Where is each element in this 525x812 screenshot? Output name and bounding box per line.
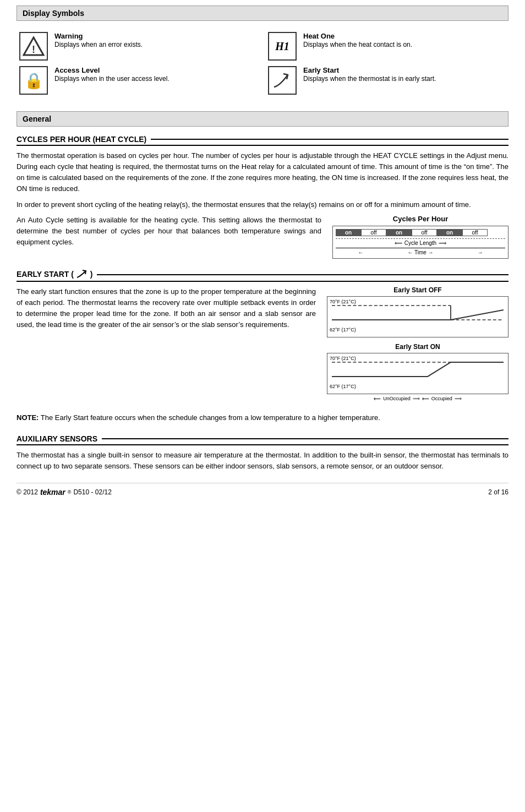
es-off-chart: 70°F (21°C) 62°F (17°C) — [327, 296, 508, 337]
cycles-paragraph2: In order to prevent short cycling of the… — [17, 199, 508, 210]
earlystart-text-col: The early start function ensures that th… — [17, 286, 316, 335]
cycles-diagram-title: Cycles Per Hour — [332, 215, 508, 223]
footer-brand: tekmar — [40, 488, 65, 497]
es-off-svg — [332, 299, 504, 335]
early-start-desc: Displays when the thermostat is in early… — [303, 74, 436, 84]
warning-icon: ! — [19, 32, 48, 61]
cycles-header: CYCLES PER HOUR (HEAT CYCLE) — [17, 135, 508, 146]
warning-desc: Displays when an error exists. — [54, 40, 143, 50]
es-on-title: Early Start ON — [327, 343, 508, 351]
earlystart-icon — [268, 66, 297, 95]
display-symbols-header: Display Symbols — [17, 6, 508, 21]
auxiliary-header-text: AUXILIARY SENSORS — [17, 434, 97, 443]
es-unoccupied-label: UnOccupied — [383, 396, 411, 401]
cycle-length-label: ⟸ Cycle Length ⟹ — [336, 240, 505, 246]
es-on-svg — [332, 356, 504, 391]
bar-on-1: on — [336, 229, 361, 236]
earlystart-paragraph1: The early start function ensures that th… — [17, 286, 316, 331]
lock-icon: 🔒 — [19, 66, 48, 95]
es-bottom-labels: ⟵ UnOccupied ⟹ ⟵ Occupied ⟹ — [327, 396, 508, 401]
cycle-dashed-line — [336, 238, 505, 239]
note-label: NOTE: — [17, 413, 39, 422]
general-title: General — [23, 115, 51, 123]
access-level-text: Access Level Displays when in the user a… — [54, 66, 169, 84]
es-off-chart-container: Early Start OFF 70°F (21°C) 62°F (17°C) — [327, 286, 508, 337]
heat-one-desc: Displays when the heat contact is on. — [303, 40, 412, 50]
bar-off-1: off — [361, 229, 386, 236]
heat-one-text: Heat One Displays when the heat contact … — [303, 32, 412, 50]
es-off-temp-high: 70°F (21°C) — [330, 299, 356, 304]
early-start-note: NOTE: The Early Start feature occurs whe… — [17, 412, 508, 423]
earlystart-header-text: EARLY START ( ) — [17, 270, 92, 280]
earlystart-diagram-col: Early Start OFF 70°F (21°C) 62°F (17°C) — [327, 286, 508, 407]
cycles-text-col: An Auto Cycle setting is available for t… — [17, 215, 321, 252]
general-header: General — [17, 111, 508, 127]
auxiliary-header: AUXILIARY SENSORS — [17, 434, 508, 445]
bar-off-2: off — [412, 229, 437, 236]
bar-on-2: on — [386, 229, 412, 236]
footer-model: D510 - 02/12 — [73, 488, 111, 496]
es-on-temp-low: 62°F (17°C) — [330, 384, 356, 389]
time-line — [336, 248, 505, 248]
symbols-grid: ! Warning Displays when an error exists.… — [17, 26, 508, 100]
earlystart-header-icon — [76, 270, 88, 280]
cycles-header-line — [151, 139, 508, 140]
bar-off-3: off — [462, 229, 488, 236]
footer-registered: ® — [68, 489, 72, 495]
earlystart-subsection: EARLY START ( ) The early start function… — [17, 270, 508, 423]
warning-title: Warning — [54, 32, 143, 40]
cycles-bars-row: on off on off on off — [336, 229, 505, 236]
es-occupied-label: Occupied — [431, 396, 452, 401]
es-off-temp-low: 62°F (17°C) — [330, 327, 356, 333]
footer-copyright: © 2012 — [17, 488, 38, 496]
note-content: The Early Start feature occurs when the … — [41, 413, 380, 422]
es-on-temp-high: 70°F (21°C) — [330, 356, 356, 361]
es-on-chart-container: Early Start ON 70°F (21°C) 62°F (17°C) — [327, 343, 508, 401]
cycles-header-text: CYCLES PER HOUR (HEAT CYCLE) — [17, 135, 146, 144]
early-start-text: Early Start Displays when the thermostat… — [303, 66, 436, 84]
h1-icon: H1 — [268, 32, 297, 61]
earlystart-header: EARLY START ( ) — [17, 270, 508, 282]
earlystart-layout: The early start function ensures that th… — [17, 286, 508, 407]
cycles-chart: on off on off on off ⟸ Cycle Length ⟹ — [332, 226, 508, 259]
bar-on-3: on — [437, 229, 462, 236]
cycles-subsection: CYCLES PER HOUR (HEAT CYCLE) The thermos… — [17, 135, 508, 259]
symbol-access-level: 🔒 Access Level Displays when in the user… — [19, 66, 257, 95]
footer-logo: © 2012 tekmar ® D510 - 02/12 — [17, 488, 112, 497]
time-label-row: ← ← Time → → — [336, 249, 505, 255]
auxiliary-paragraph: The thermostat has a single built-in sen… — [17, 450, 508, 472]
heat-one-title: Heat One — [303, 32, 412, 40]
earlystart-header-line — [97, 274, 508, 275]
symbol-early-start: Early Start Displays when the thermostat… — [268, 66, 506, 95]
es-on-chart: 70°F (21°C) 62°F (17°C) — [327, 353, 508, 394]
warning-text: Warning Displays when an error exists. — [54, 32, 143, 50]
cycles-diagram: Cycles Per Hour on off on off on off ⟸ — [332, 215, 508, 259]
es-off-title: Early Start OFF — [327, 286, 508, 294]
auxiliary-subsection: AUXILIARY SENSORS The thermostat has a s… — [17, 434, 508, 472]
page-footer: © 2012 tekmar ® D510 - 02/12 2 of 16 — [17, 483, 508, 497]
svg-text:!: ! — [32, 44, 35, 55]
display-symbols-section: Display Symbols ! Warning Displays when … — [17, 6, 508, 100]
time-label: ← Time → — [407, 249, 433, 255]
cycles-paragraph3: An Auto Cycle setting is available for t… — [17, 215, 321, 248]
auxiliary-header-line — [102, 438, 508, 439]
cycles-paragraph1: The thermostat operation is based on cyc… — [17, 150, 508, 195]
symbol-warning: ! Warning Displays when an error exists. — [19, 32, 257, 61]
footer-page-info: 2 of 16 — [488, 488, 508, 496]
general-section: General — [17, 111, 508, 127]
access-level-desc: Displays when in the user access level. — [54, 74, 169, 84]
section-title: Display Symbols — [23, 9, 84, 18]
symbol-heat-one: H1 Heat One Displays when the heat conta… — [268, 32, 506, 61]
early-start-title: Early Start — [303, 66, 436, 74]
cycles-layout: An Auto Cycle setting is available for t… — [17, 215, 508, 259]
access-level-title: Access Level — [54, 66, 169, 74]
